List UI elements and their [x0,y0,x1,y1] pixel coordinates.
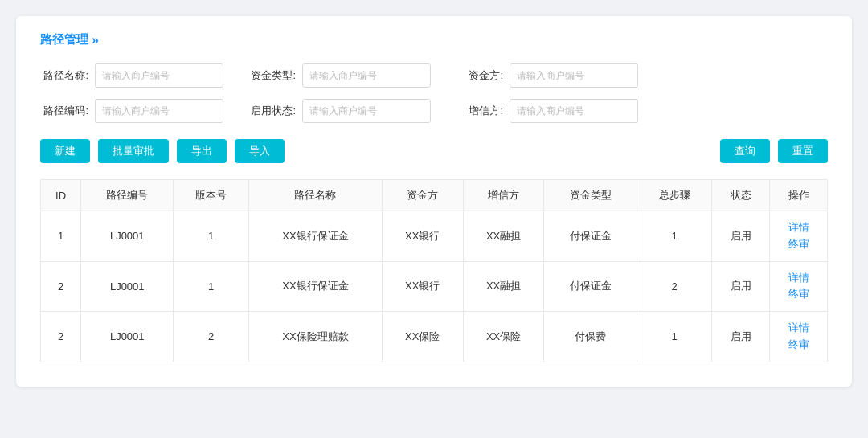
fund-party-label: 资金方: [455,68,503,83]
cell-fund-party: XX银行 [382,211,463,262]
path-code-input[interactable] [95,99,223,123]
table-body: 1LJ00011XX银行保证金XX银行XX融担付保证金1启用详情终审2LJ000… [41,211,828,362]
filter-item-path-code: 路径编码: [40,99,223,123]
cell-path-code: LJ0001 [81,211,174,262]
cell-actions: 详情终审 [770,312,828,362]
fund-type-input[interactable] [302,63,431,88]
cell-credit-party: XX融担 [463,211,544,262]
action-link-终审[interactable]: 终审 [776,337,821,354]
col-id: ID [41,180,81,211]
col-fund-party: 资金方 [382,180,463,211]
action-link-终审[interactable]: 终审 [776,286,821,303]
cell-version: 1 [174,211,249,262]
export-button[interactable]: 导出 [177,139,227,163]
cell-fund-party: XX保险 [382,312,463,362]
cell-status: 启用 [712,312,770,362]
path-code-label: 路径编码: [40,104,88,118]
credit-party-label: 增信方: [455,104,503,118]
cell-credit-party: XX融担 [463,261,544,312]
table-row: 1LJ00011XX银行保证金XX银行XX融担付保证金1启用详情终审 [41,211,828,262]
filter-row-2: 路径编码: 启用状态: 增信方: [40,99,828,123]
import-button[interactable]: 导入 [235,139,285,163]
fund-party-input[interactable] [510,63,638,88]
cell-fund-type: 付保费 [544,312,637,362]
enable-status-label: 启用状态: [248,104,296,118]
cell-credit-party: XX保险 [463,312,544,362]
filter-item-fund-party: 资金方: [455,63,638,88]
filter-row-1: 路径名称: 资金类型: 资金方: [40,63,828,88]
fund-type-label: 资金类型: [248,68,296,83]
table-header: ID 路径编号 版本号 路径名称 资金方 增信方 资金类型 总步骤 状态 操作 [41,180,828,211]
filter-item-enable-status: 启用状态: [248,99,431,123]
action-link-详情[interactable]: 详情 [776,270,821,287]
cell-path-name: XX银行保证金 [248,261,382,312]
batch-approve-button[interactable]: 批量审批 [98,139,169,163]
data-table: ID 路径编号 版本号 路径名称 资金方 增信方 资金类型 总步骤 状态 操作 … [40,179,828,362]
col-status: 状态 [712,180,770,211]
filter-item-path-name: 路径名称: [40,63,223,88]
table-row: 2LJ00011XX银行保证金XX银行XX融担付保证金2启用详情终审 [41,261,828,312]
credit-party-input[interactable] [510,99,638,123]
cell-actions: 详情终审 [770,211,828,262]
action-link-详情[interactable]: 详情 [776,320,821,337]
enable-status-input[interactable] [302,99,431,123]
path-name-input[interactable] [95,63,223,88]
new-button[interactable]: 新建 [40,139,90,163]
action-link-终审[interactable]: 终审 [776,236,821,253]
cell-total-steps: 1 [637,312,712,362]
page-title: 路径管理 » [40,32,828,47]
query-button[interactable]: 查询 [720,139,770,163]
col-total-steps: 总步骤 [637,180,712,211]
title-arrow-icon: » [92,33,99,47]
cell-version: 1 [174,261,249,312]
action-link-详情[interactable]: 详情 [776,219,821,236]
col-path-code: 路径编号 [81,180,174,211]
title-text: 路径管理 [40,32,88,47]
cell-path-name: XX保险理赔款 [248,312,382,362]
cell-id: 1 [41,211,81,262]
col-path-name: 路径名称 [248,180,382,211]
col-credit-party: 增信方 [463,180,544,211]
reset-button[interactable]: 重置 [778,139,828,163]
filter-item-fund-type: 资金类型: [248,63,431,88]
filter-item-credit-party: 增信方: [455,99,638,123]
col-version: 版本号 [174,180,249,211]
toolbar: 新建 批量审批 导出 导入 查询 重置 [40,139,828,163]
col-fund-type: 资金类型 [544,180,637,211]
cell-version: 2 [174,312,249,362]
cell-fund-type: 付保证金 [544,211,637,262]
table-row: 2LJ00012XX保险理赔款XX保险XX保险付保费1启用详情终审 [41,312,828,362]
cell-id: 2 [41,261,81,312]
cell-fund-party: XX银行 [382,261,463,312]
col-actions: 操作 [770,180,828,211]
table-header-row: ID 路径编号 版本号 路径名称 资金方 增信方 资金类型 总步骤 状态 操作 [41,180,828,211]
cell-fund-type: 付保证金 [544,261,637,312]
cell-id: 2 [41,312,81,362]
path-name-label: 路径名称: [40,68,88,83]
page-container: 路径管理 » 路径名称: 资金类型: 资金方: 路径编码: [16,16,852,387]
cell-actions: 详情终审 [770,261,828,312]
cell-status: 启用 [712,211,770,262]
cell-path-code: LJ0001 [81,312,174,362]
cell-total-steps: 2 [637,261,712,312]
cell-path-code: LJ0001 [81,261,174,312]
cell-total-steps: 1 [637,211,712,262]
filter-section: 路径名称: 资金类型: 资金方: 路径编码: 启用状态: 增 [40,63,828,123]
cell-path-name: XX银行保证金 [248,211,382,262]
cell-status: 启用 [712,261,770,312]
